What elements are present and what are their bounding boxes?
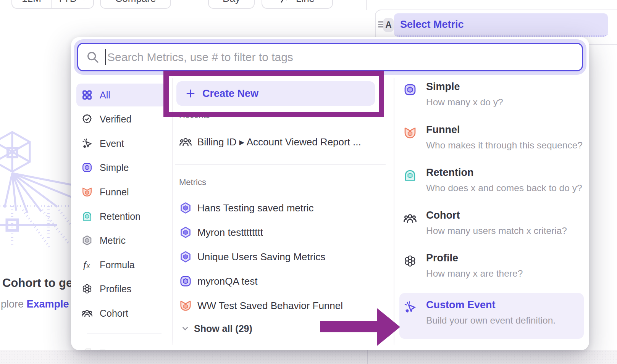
event-icon — [81, 138, 93, 149]
search-icon — [86, 50, 100, 64]
search-input[interactable] — [107, 50, 582, 64]
simple-icon — [179, 275, 192, 288]
funnel-icon — [179, 299, 192, 312]
type-custom-event[interactable]: Custom Event Build your own event defini… — [399, 293, 584, 339]
range-ytd-button[interactable]: YTD — [51, 0, 93, 8]
saved-metric-icon — [179, 250, 192, 263]
metric-picker-modal: All Verified Event Simple Funnel Retenti… — [71, 37, 589, 350]
recent-item[interactable]: Billing ID ▸ Account Viewed Report ... — [179, 133, 387, 151]
retention-icon — [81, 211, 93, 222]
layout-divider — [366, 0, 367, 10]
type-simple[interactable]: Simple How many x do y? — [399, 80, 584, 122]
saved-metric-icon — [179, 201, 192, 214]
chevron-down-icon — [180, 324, 190, 333]
select-metric-chip[interactable]: Select Metric — [394, 13, 608, 37]
type-retention[interactable]: Retention Who does x and comes back to d… — [399, 166, 584, 208]
type-funnel[interactable]: Funnel Who makes it through this sequenc… — [399, 123, 584, 166]
funnel-icon — [81, 186, 93, 198]
series-badge: A — [383, 18, 394, 32]
range-12m-button[interactable]: 12M — [12, 0, 51, 8]
profiles-icon — [403, 254, 417, 268]
metric-list-item[interactable]: Myron testttttttt — [179, 223, 387, 242]
create-new-button[interactable]: Create New — [176, 81, 375, 106]
sidebar-item-funnel[interactable]: Funnel — [76, 180, 167, 203]
promo-subtitle: plore Example R — [1, 298, 79, 310]
profiles-icon — [81, 283, 93, 295]
promo-title-fragment: Cohort to ge — [2, 276, 73, 290]
grid-icon — [81, 89, 93, 101]
compare-button[interactable]: Compare — [100, 0, 171, 9]
metric-icon — [81, 235, 93, 246]
text-cursor — [105, 49, 106, 65]
line-chart-icon — [280, 0, 291, 5]
funnel-icon — [403, 126, 417, 140]
sidebar-item-partial[interactable]: T — [76, 341, 167, 350]
svg-text:x: x — [86, 262, 90, 269]
metric-list-item[interactable]: Unique Users Saving Metrics — [179, 248, 387, 266]
metric-list-item[interactable]: Hans Testing saved metric — [179, 199, 387, 217]
background-illustration — [0, 129, 73, 255]
date-range-button-group: 12M YTD — [11, 0, 94, 9]
tag-icon — [81, 347, 93, 350]
modal-divider-left — [172, 78, 173, 345]
recents-divider — [175, 164, 386, 165]
show-all-button[interactable]: Show all (29) — [180, 320, 252, 337]
granularity-day-button[interactable]: Day — [208, 0, 255, 9]
caret-down-icon — [80, 0, 88, 3]
recents-header: Recents — [179, 110, 210, 120]
sidebar-item-profiles[interactable]: Profiles — [76, 277, 167, 300]
sidebar-item-verified[interactable]: Verified — [76, 108, 167, 130]
saved-metric-icon — [179, 226, 192, 239]
simple-icon — [403, 83, 417, 97]
formula-icon: ƒx — [81, 259, 93, 271]
metric-list-item[interactable]: WW Test Saved Behavior Funnel — [179, 296, 387, 315]
screen: 12M YTD Compare Day Line A Select Metric… — [0, 0, 617, 364]
modal-divider-right — [394, 78, 394, 345]
sidebar-item-formula[interactable]: ƒx Formula — [76, 253, 167, 276]
sidebar-divider — [87, 333, 162, 333]
metric-list-item[interactable]: myronQA test — [179, 272, 387, 290]
cohort-icon — [179, 135, 192, 148]
plus-icon — [185, 88, 196, 99]
simple-icon — [81, 162, 93, 173]
sidebar-item-metric[interactable]: Metric — [76, 229, 167, 252]
layout-divider-bottom — [367, 350, 368, 364]
retention-icon — [403, 169, 417, 182]
type-cohort[interactable]: Cohort How many users match x criteria? — [399, 208, 584, 251]
type-profile[interactable]: Profile How many x are there? — [399, 251, 584, 294]
sidebar-item-simple[interactable]: Simple — [76, 156, 167, 179]
metrics-header: Metrics — [179, 177, 206, 187]
search-bar — [77, 43, 583, 71]
sidebar-item-all[interactable]: All — [76, 84, 167, 106]
select-metric-label: Select Metric — [400, 19, 464, 31]
sidebar-item-cohort[interactable]: Cohort — [76, 302, 167, 325]
page-bottom-strip — [0, 350, 617, 364]
sidebar-item-retention[interactable]: Retention — [76, 205, 167, 228]
cohort-icon — [403, 211, 417, 225]
sidebar-item-event[interactable]: Event — [76, 132, 167, 155]
chart-type-line-button[interactable]: Line — [262, 0, 333, 9]
verified-icon — [81, 113, 93, 125]
cohort-icon — [81, 308, 93, 319]
custom-event-icon — [403, 300, 417, 314]
